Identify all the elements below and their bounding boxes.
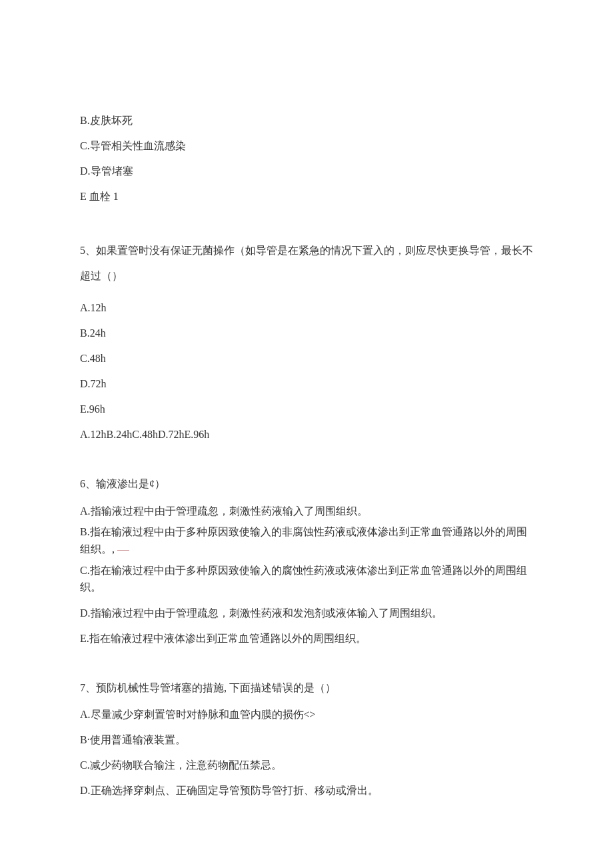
q7-option-b: B·使用普通输液装置。 [80, 732, 533, 748]
q4-option-c: C.导管相关性血流感染 [80, 138, 533, 154]
q6-stem: 6、输液渗出是¢） [80, 476, 533, 492]
q5-stem: 5、如果置管时没有保证无菌操作（如导管是在紧急的情况下置入的，则应尽快更换导管，… [80, 238, 533, 289]
q5-option-d: D.72h [80, 376, 533, 392]
q7-option-a: A.尽量减少穿刺置管时对静脉和血管内膜的损伤<> [80, 707, 533, 723]
q6-option-b-text: B.指在输液过程中由于多种原因致使输入的非腐蚀性药液或液体渗出到正常血管通路以外… [80, 526, 527, 555]
q4-option-e: E 血栓 1 [80, 189, 533, 205]
q7-option-d: D.正确选择穿刺点、正确固定导管预防导管打折、移动或滑出。 [80, 783, 533, 799]
q6-option-d: D.指输液过程中由于管理疏忽，刺激性药液和发泡剂或液体输入了周围组织。 [80, 605, 533, 621]
q5-option-a: A.12h [80, 300, 533, 316]
q4-option-b: B.皮肤坏死 [80, 113, 533, 129]
q6-option-a: A.指输液过程中由于管理疏忽，刺激性药液输入了周围组织。 [80, 503, 533, 520]
q6-option-e: E.指在输液过程中液体渗出到正常血管通路以外的周围组织。 [80, 631, 533, 647]
q6-option-b: B.指在输液过程中由于多种原因致使输入的非腐蚀性药液或液体渗出到正常血管通路以外… [80, 523, 533, 557]
q5-combined-line: A.12hB.24hC.48hD.72hE.96h [80, 427, 533, 443]
q5-option-b: B.24h [80, 325, 533, 341]
q5-option-c: C.48h [80, 351, 533, 367]
underline-mark [117, 550, 129, 551]
document-page: B.皮肤坏死 C.导管相关性血流感染 D.导管堵塞 E 血栓 1 5、如果置管时… [0, 0, 613, 861]
q5-option-e: E.96h [80, 401, 533, 417]
q7-option-c: C.减少药物联合输注，注意药物配伍禁忌。 [80, 757, 533, 773]
q6-option-c: C.指在输液过程中由于多种原因致使输入的腐蚀性药液或液体渗出到正常血管通路以外的… [80, 562, 533, 596]
q4-option-d: D.导管堵塞 [80, 163, 533, 179]
q7-stem: 7、预防机械性导管堵塞的措施, 下面描述错误的是（） [80, 680, 533, 696]
